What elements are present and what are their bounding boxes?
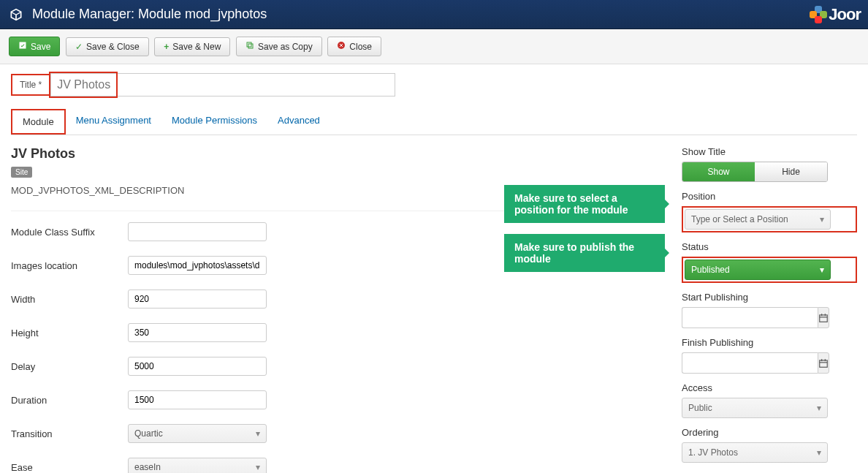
toolbar: Save ✓ Save & Close + Save & New Save as…	[0, 29, 868, 64]
select-access[interactable]: Public	[682, 398, 828, 418]
select-ordering[interactable]: 1. JV Photos	[682, 442, 828, 463]
input-duration[interactable]	[128, 390, 267, 409]
show-title-hide[interactable]: Hide	[755, 162, 827, 181]
cube-icon	[7, 6, 25, 23]
label-width: Width	[11, 294, 128, 305]
tabs: Module Menu Assignment Module Permission…	[11, 109, 857, 135]
svg-rect-3	[820, 314, 828, 321]
label-access: Access	[682, 382, 857, 393]
close-button[interactable]: Close	[327, 37, 381, 56]
check-icon: ✓	[75, 42, 83, 52]
save-new-button[interactable]: + Save & New	[154, 37, 230, 56]
tab-module-permissions[interactable]: Module Permissions	[161, 109, 267, 135]
joomla-logo: Joor	[810, 5, 861, 24]
row-ease: Ease easeIn	[11, 458, 660, 473]
svg-rect-1	[247, 42, 251, 47]
select-transition[interactable]: Quartic	[128, 424, 267, 443]
label-show-title: Show Title	[682, 146, 857, 157]
tab-menu-assignment[interactable]: Menu Assignment	[66, 109, 161, 135]
label-finish-publishing: Finish Publishing	[682, 337, 857, 348]
title-input[interactable]	[50, 73, 116, 97]
title-label: Title *	[11, 74, 49, 96]
svg-rect-5	[821, 314, 822, 316]
input-finish-publishing[interactable]	[682, 352, 818, 374]
module-name: JV Photos	[11, 146, 660, 162]
select-status[interactable]: Published	[685, 260, 831, 280]
show-title-toggle: Show Hide	[682, 162, 828, 182]
input-module-class-suffix[interactable]	[128, 222, 267, 241]
svg-rect-10	[825, 359, 826, 361]
title-bar: Module Manager: Module mod_jvphotos Joor	[0, 0, 868, 29]
label-duration: Duration	[11, 395, 128, 406]
row-duration: Duration	[11, 390, 660, 409]
input-delay[interactable]	[128, 357, 267, 376]
save-copy-button[interactable]: Save as Copy	[236, 37, 322, 56]
label-transition: Transition	[11, 428, 128, 439]
svg-rect-0	[248, 44, 253, 48]
apply-icon	[18, 41, 27, 52]
label-ordering: Ordering	[682, 427, 857, 438]
title-field-row: Title *	[11, 72, 857, 98]
page-title: Module Manager: Module mod_jvphotos	[32, 7, 267, 22]
label-start-publishing: Start Publishing	[682, 292, 857, 303]
label-position: Position	[682, 191, 857, 202]
calendar-icon	[818, 358, 829, 368]
show-title-show[interactable]: Show	[682, 162, 755, 181]
label-module-class-suffix: Module Class Suffix	[11, 227, 128, 238]
save-button[interactable]: Save	[9, 37, 60, 56]
label-images-location: Images location	[11, 260, 128, 271]
tab-advanced[interactable]: Advanced	[267, 109, 330, 135]
select-ease[interactable]: easeIn	[128, 458, 267, 473]
title-input-extension[interactable]	[118, 73, 395, 97]
label-height: Height	[11, 328, 128, 338]
input-images-location[interactable]	[128, 256, 267, 275]
svg-rect-7	[820, 360, 828, 366]
plus-icon: +	[164, 42, 169, 52]
row-transition: Transition Quartic	[11, 424, 660, 443]
callout-publish: Make sure to publish the module	[504, 234, 665, 272]
site-badge: Site	[11, 167, 32, 178]
svg-rect-6	[825, 314, 826, 316]
input-height[interactable]	[128, 323, 267, 342]
label-delay: Delay	[11, 361, 128, 372]
tab-module[interactable]: Module	[11, 109, 66, 135]
calendar-icon	[818, 313, 829, 323]
label-ease: Ease	[11, 462, 128, 473]
svg-rect-9	[821, 359, 822, 361]
input-start-publishing[interactable]	[682, 307, 818, 328]
row-height: Height	[11, 323, 660, 342]
save-close-button[interactable]: ✓ Save & Close	[66, 37, 149, 56]
start-publishing-calendar-button[interactable]	[818, 307, 829, 328]
input-width[interactable]	[128, 290, 267, 309]
finish-publishing-calendar-button[interactable]	[818, 352, 829, 374]
close-icon	[337, 41, 346, 52]
row-delay: Delay	[11, 357, 660, 376]
label-status: Status	[682, 241, 857, 252]
row-width: Width	[11, 290, 660, 309]
select-position[interactable]: Type or Select a Position	[685, 209, 831, 230]
callout-position: Make sure to select a position for the m…	[504, 185, 665, 223]
copy-icon	[245, 41, 254, 52]
